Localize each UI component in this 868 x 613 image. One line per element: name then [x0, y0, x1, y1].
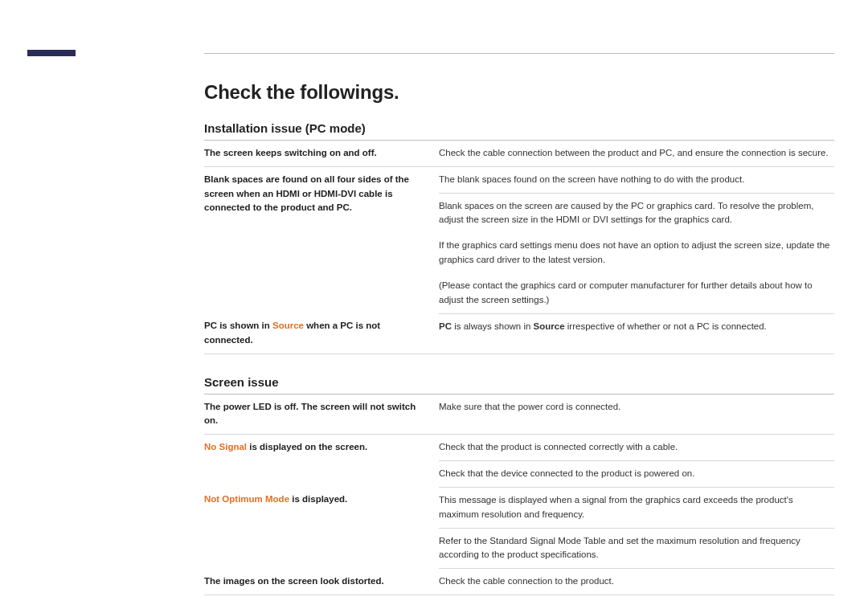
highlight-not-optimum: Not Optimum Mode — [204, 494, 289, 504]
table-row: Blank spaces are found on all four sides… — [204, 166, 834, 193]
top-rule — [204, 53, 834, 54]
table-screen: The power LED is off. The screen will no… — [204, 394, 834, 595]
issue-solution: Make sure that the power cord is connect… — [439, 394, 834, 435]
table-row: No Signal is displayed on the screen. Ch… — [204, 435, 834, 461]
issue-solution: Check the cable connection to the produc… — [439, 569, 834, 595]
issue-solution: PC is always shown in Source irrespectiv… — [439, 313, 834, 353]
table-row: Not Optimum Mode is displayed. This mess… — [204, 487, 834, 528]
issue-solution: If the graphics card settings menu does … — [439, 233, 834, 273]
issue-solution: Check that the device connected to the p… — [439, 461, 834, 488]
highlight-no-signal: No Signal — [204, 442, 247, 452]
issue-solution: Check that the product is connected corr… — [439, 435, 834, 461]
table-installation: The screen keeps switching on and off. C… — [204, 141, 834, 354]
issue-solution: The blank spaces found on the screen hav… — [439, 166, 834, 193]
table-row: The images on the screen look distorted.… — [204, 569, 834, 595]
issue-label: Blank spaces are found on all four sides… — [204, 166, 439, 313]
text: is displayed on the screen. — [247, 442, 367, 452]
highlight-source: Source — [272, 321, 304, 330]
issue-label: Not Optimum Mode is displayed. — [204, 487, 439, 568]
table-row: The power LED is off. The screen will no… — [204, 394, 834, 435]
text: is displayed. — [289, 494, 347, 504]
issue-label: The screen keeps switching on and off. — [204, 141, 439, 166]
issue-solution: This message is displayed when a signal … — [439, 487, 834, 528]
page-title: Check the followings. — [204, 81, 834, 104]
issue-solution: (Please contact the graphics card or com… — [439, 273, 834, 313]
issue-solution: Check the cable connection between the p… — [439, 141, 834, 166]
issue-label: The power LED is off. The screen will no… — [204, 394, 439, 435]
issue-label: PC is shown in Source when a PC is not c… — [204, 313, 439, 353]
text: is always shown in — [452, 321, 534, 331]
bold-pc: PC — [439, 321, 452, 331]
text: irrespective of whether or not a PC is c… — [565, 321, 767, 331]
text: PC is shown in — [204, 321, 272, 330]
issue-solution: Blank spaces on the screen are caused by… — [439, 193, 834, 233]
table-row: The screen keeps switching on and off. C… — [204, 141, 834, 166]
section-heading-screen: Screen issue — [204, 375, 834, 394]
issue-label: The images on the screen look distorted. — [204, 569, 439, 595]
table-row: PC is shown in Source when a PC is not c… — [204, 313, 834, 353]
issue-label: No Signal is displayed on the screen. — [204, 435, 439, 488]
accent-bar — [27, 50, 76, 56]
bold-source: Source — [534, 321, 565, 331]
issue-solution: Refer to the Standard Signal Mode Table … — [439, 528, 834, 569]
page-content: Check the followings. Installation issue… — [204, 50, 834, 595]
section-heading-installation: Installation issue (PC mode) — [204, 121, 834, 141]
